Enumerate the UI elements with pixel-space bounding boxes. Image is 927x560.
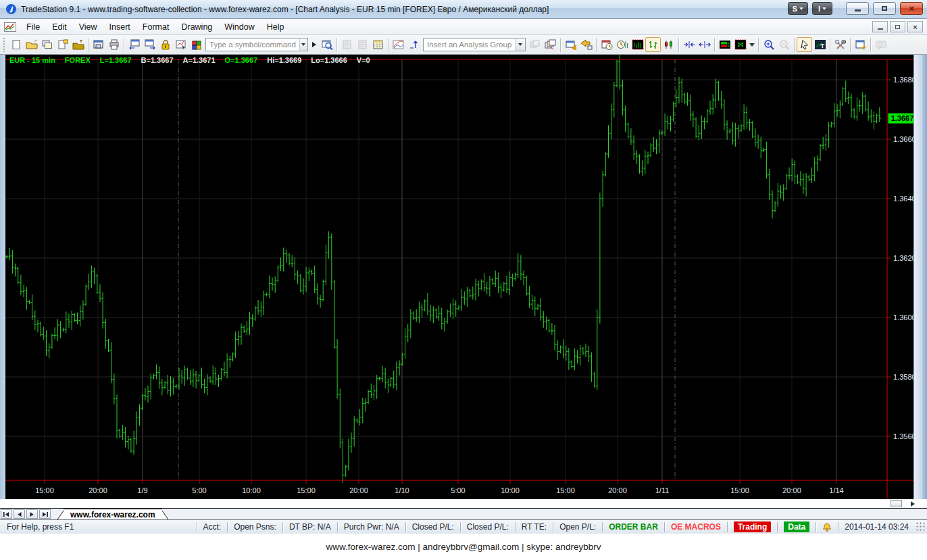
mdi-close-button[interactable]: × [907, 21, 923, 32]
format-study-icon [355, 37, 370, 52]
close-button[interactable]: × [900, 2, 923, 15]
open-workspace-icon[interactable] [24, 37, 39, 52]
pointer-tool-icon[interactable] [797, 37, 812, 52]
toolbar-separator [88, 38, 89, 52]
status-line-icon[interactable] [717, 37, 732, 52]
menu-item-window[interactable]: Window [218, 20, 260, 34]
zoom-out-icon [776, 37, 792, 52]
session-hours-icon[interactable] [599, 37, 614, 52]
auto-center-icon[interactable] [732, 37, 748, 52]
toolbar-separator [830, 38, 830, 52]
save-desktop-icon[interactable] [91, 37, 106, 52]
analysis-combo[interactable]: Insert an Analysis Group [423, 38, 526, 51]
zoom-in-icon[interactable] [761, 37, 776, 52]
object-explorer-icon[interactable] [189, 37, 204, 52]
toolbar-separator [678, 38, 679, 52]
vertical-scrollbar[interactable] [913, 55, 922, 499]
next-window-icon[interactable] [142, 37, 157, 52]
restore-button[interactable] [873, 2, 896, 15]
scroll-right-arrow-icon[interactable] [911, 501, 915, 507]
save-all-workspaces-icon[interactable] [39, 37, 55, 52]
resize-grip[interactable] [916, 522, 926, 532]
horizontal-scrollbar-thumb[interactable] [891, 500, 902, 507]
status-field: 2014-01-14 03:24 [838, 522, 915, 532]
menu-item-format[interactable]: Format [136, 20, 176, 34]
menu-item-help[interactable]: Help [261, 20, 291, 34]
ohlc-style-icon[interactable] [645, 37, 661, 52]
status-field: Closed P/L: [460, 522, 515, 532]
chevron-down-icon[interactable] [299, 39, 307, 51]
time-axis-label: 15:00 [35, 486, 54, 494]
tradestation-logo-icon [5, 3, 17, 15]
candlestick-style-icon[interactable] [661, 37, 676, 52]
play-icon [312, 42, 316, 47]
new-workspace-icon[interactable] [8, 37, 24, 52]
data-window-icon[interactable] [370, 37, 386, 52]
format-window-icon[interactable] [173, 37, 189, 52]
chat-icon [873, 37, 888, 52]
analysis-groups-icon[interactable] [543, 37, 558, 52]
previous-workspace-button[interactable] [14, 509, 25, 519]
run-command-button[interactable] [309, 38, 319, 51]
chart-header-field: V=0 [357, 56, 370, 66]
bar-style-icon[interactable] [630, 37, 645, 52]
previous-window-icon[interactable] [126, 37, 142, 52]
menu-item-drawing[interactable]: Drawing [175, 20, 218, 34]
mdi-minimize-button[interactable] [872, 21, 888, 32]
menu-item-insert[interactable]: Insert [103, 20, 136, 34]
lock-desktop-icon[interactable] [157, 37, 173, 52]
last-workspace-button[interactable] [39, 509, 51, 519]
time-interval-icon[interactable] [614, 37, 630, 52]
next-workspace-button[interactable] [26, 509, 38, 519]
menu-item-file[interactable]: File [20, 20, 46, 34]
status-badge: Data [777, 522, 816, 532]
previous-icon [16, 511, 23, 517]
toolbar-separator [850, 38, 851, 52]
price-axis-label: 1.3560 [893, 432, 913, 440]
price-chart[interactable]: 1.36801.36601.36401.36201.36001.35801.35… [5, 55, 913, 499]
window-left-border [0, 55, 5, 499]
analysis-combo-placeholder[interactable]: Insert an Analysis Group [424, 41, 515, 49]
shortcuts-button[interactable]: S [788, 2, 808, 15]
chart-type-icon[interactable] [391, 37, 406, 52]
workspace-tab-bar: www.forex-warez.com [0, 509, 927, 519]
alert-bell-icon [816, 522, 838, 532]
first-workspace-button[interactable] [1, 509, 12, 519]
chart-header-field: O=1.3667 [225, 56, 258, 66]
time-axis-label: 15:00 [730, 486, 749, 494]
status-field: Closed P/L: [405, 522, 460, 532]
toolbar-separator [714, 38, 715, 52]
restore-icon [882, 6, 887, 11]
auto-center-dropdown[interactable] [748, 43, 756, 47]
workspace-tab[interactable]: www.forex-warez.com [55, 509, 170, 519]
chart-header-field: Hi=1.3669 [267, 56, 301, 66]
expand-bars-icon[interactable] [697, 37, 712, 52]
text-drawing-icon[interactable]: T [812, 37, 828, 52]
symbol-lookup-icon[interactable] [319, 37, 334, 52]
import-analysis-icon[interactable] [578, 37, 594, 52]
drawing-tools-icon[interactable] [832, 37, 848, 52]
time-axis-label: 1/9 [137, 486, 147, 494]
save-workspace-as-icon[interactable] [55, 37, 70, 52]
minimize-button[interactable] [846, 2, 869, 15]
window-title: TradeStation 9.1 - www.trading-software-… [21, 5, 549, 14]
chevron-down-icon[interactable] [515, 39, 525, 51]
price-axis-label: 1.3580 [893, 373, 913, 381]
symbol-combo-placeholder[interactable]: Type a symbol/command [206, 41, 299, 49]
symbol-combo[interactable]: Type a symbol/command [205, 38, 308, 51]
indicator-button[interactable]: I [812, 2, 832, 15]
menu-item-edit[interactable]: Edit [46, 20, 73, 34]
add-note-icon[interactable] [853, 37, 868, 52]
chart-analysis-window[interactable]: EUR - 15 minFOREXL=1.3667B=1.3667A=1.367… [5, 55, 913, 499]
compress-bars-icon[interactable] [681, 37, 697, 52]
print-icon[interactable] [106, 37, 122, 52]
menu-item-view[interactable]: View [73, 20, 103, 34]
close-workspace-icon[interactable] [70, 37, 86, 52]
send-to-window-icon[interactable] [563, 37, 578, 52]
mdi-restore-button[interactable] [890, 21, 905, 32]
toolbar-grip[interactable] [3, 37, 6, 52]
scale-range-icon[interactable] [406, 37, 422, 52]
chart-header-field: FOREX [65, 56, 91, 66]
time-axis-label: 15:00 [297, 486, 316, 494]
minimize-icon [878, 28, 883, 30]
